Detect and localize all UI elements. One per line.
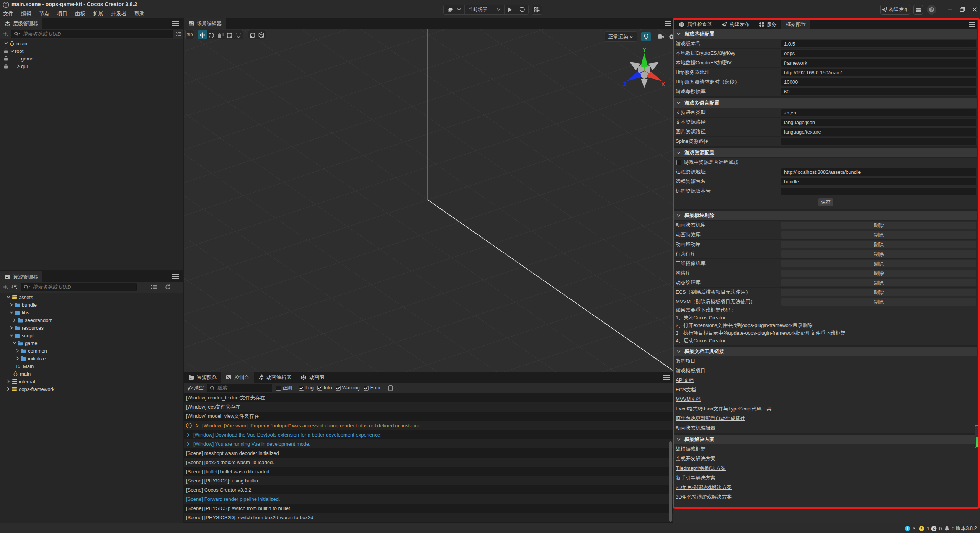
menu-1[interactable]: 文件 (3, 9, 17, 18)
log-row[interactable]: [Scene] [PHYSICS2D]: switch from box2d-w… (184, 513, 673, 522)
field-input[interactable]: 10000 (781, 78, 976, 86)
hierarchy-node[interactable]: main (0, 39, 183, 47)
doc-link[interactable]: 教程项目 (676, 358, 696, 365)
remote-load-checkbox[interactable] (676, 160, 681, 165)
log-row[interactable]: [Scene] meshopt wasm decoder initialized (184, 448, 673, 458)
tab-services[interactable]: 服务 (754, 19, 781, 29)
filter-info-checkbox[interactable]: Info (317, 385, 332, 391)
chevron-down-icon[interactable] (10, 48, 15, 54)
remove-module-button[interactable]: 剔除 (781, 279, 976, 286)
expand-log-icon[interactable] (186, 433, 190, 437)
menu-8[interactable]: 帮助 (131, 9, 149, 18)
log-row[interactable]: [Scene] [bullet]:bullet wasm lib loaded. (184, 467, 673, 476)
console-menu-button[interactable] (663, 375, 670, 380)
asset-node[interactable]: seedrandom (0, 316, 183, 324)
sort-assets-button[interactable] (11, 284, 17, 289)
tab-anim-graph[interactable]: 动画图 (296, 372, 329, 383)
preview-target-button[interactable] (444, 5, 465, 14)
restore-button[interactable] (956, 5, 969, 15)
save-button[interactable]: 保存 (818, 198, 833, 206)
menu-5[interactable]: 面板 (71, 9, 89, 18)
anchor-tool-button[interactable] (234, 30, 243, 39)
restart-button[interactable] (516, 5, 528, 14)
filter-warning-checkbox[interactable]: Warning (336, 385, 360, 391)
log-row[interactable]: [Scene] [PHYSICS]: using builtin. (184, 476, 673, 485)
rect-tool-button[interactable] (225, 30, 234, 39)
status-warnings[interactable]: 1 (919, 523, 929, 533)
field-input[interactable] (781, 138, 976, 145)
chevron-down-icon[interactable] (6, 294, 11, 300)
expand-log-icon[interactable] (186, 442, 190, 446)
remove-module-button[interactable]: 剔除 (781, 231, 976, 239)
lock-icon[interactable] (4, 48, 8, 53)
chevron-down-icon[interactable] (9, 333, 14, 338)
doc-link[interactable]: Excel格式转Json文件与TypeScript代码工具 (676, 405, 772, 412)
open-project-folder-button[interactable] (913, 5, 923, 15)
status-notifications[interactable]: 0 (944, 523, 954, 533)
rotate-tool-button[interactable] (207, 30, 216, 39)
log-row[interactable]: [Window] model_view文件夹存在 (184, 412, 673, 421)
doc-link[interactable]: 游戏模板项目 (676, 367, 706, 374)
doc-link[interactable]: 动画状态机编辑器 (676, 425, 715, 432)
field-input[interactable]: 1.0.5 (781, 40, 976, 47)
chevron-down-icon[interactable] (12, 340, 17, 346)
field-input[interactable]: zh,en (781, 109, 976, 116)
section-header[interactable]: 游戏多语言配置 (674, 98, 977, 108)
menu-4[interactable]: 项目 (53, 9, 71, 18)
section-header[interactable]: 框架模块剔除 (674, 211, 977, 220)
build-publish-button[interactable]: 构建发布 (880, 5, 910, 15)
asset-node[interactable]: resources (0, 324, 183, 332)
chevron-right-icon[interactable] (6, 379, 11, 384)
remove-module-button[interactable]: 剔除 (781, 260, 976, 267)
doc-link[interactable]: 战棋游戏框架 (676, 446, 706, 453)
field-input[interactable]: bundle (781, 178, 976, 185)
filter-error-checkbox[interactable]: Error (364, 385, 381, 391)
asset-node[interactable]: libs (0, 309, 183, 316)
assets-search-input[interactable]: 搜索名称或 UUID (21, 283, 137, 291)
section-header[interactable]: 框架文档工具链接 (674, 347, 977, 356)
menu-2[interactable]: 编辑 (17, 9, 35, 18)
doc-link[interactable]: MVVM文档 (676, 396, 701, 403)
asset-node[interactable]: bundle (0, 301, 183, 309)
preview-qr-button[interactable] (532, 5, 542, 15)
tab-assets[interactable]: 资源管理器 (0, 271, 42, 282)
log-row[interactable]: [Window] render_texture文件夹存在 (184, 393, 673, 402)
axis-gizmo[interactable]: Y X Z (623, 47, 666, 90)
assets-filter-button[interactable] (151, 284, 157, 289)
log-row[interactable]: [Scene] [box2d]:box2d wasm lib loaded. (184, 458, 673, 467)
log-row[interactable]: [Window] You are running Vue in developm… (184, 439, 673, 448)
asset-node[interactable]: assets (0, 293, 183, 301)
space-toggle-button[interactable] (257, 30, 266, 39)
hierarchy-filter-button[interactable] (175, 31, 182, 36)
log-row[interactable]: [Scene] [PHYSICS]: switch from builtin t… (184, 504, 673, 513)
log-detail-icon[interactable] (388, 385, 393, 391)
viewport-settings-button[interactable] (666, 32, 673, 41)
doc-link[interactable]: 3D角色扮演游戏解决方案 (676, 494, 732, 500)
log-row[interactable]: [Window] Download the Vue Devtools exten… (184, 430, 673, 439)
asset-node[interactable]: main (0, 370, 183, 378)
doc-link[interactable]: 新手引导解决方案 (676, 474, 715, 481)
log-row[interactable]: [Scene] Cocos Creator v3.8.2 (184, 485, 673, 494)
chevron-right-icon[interactable] (12, 317, 17, 323)
doc-link[interactable]: 全栈开发解决方案 (676, 455, 715, 462)
remove-module-button[interactable]: 剔除 (781, 222, 976, 229)
chevron-down-icon[interactable] (9, 310, 14, 315)
render-mode-dropdown[interactable]: 正常渲染 (605, 31, 637, 42)
field-input[interactable]: http://localhost:8083/assets/bundle (781, 168, 976, 176)
remove-module-button[interactable]: 剔除 (781, 250, 976, 258)
close-button[interactable] (969, 5, 980, 15)
hierarchy-node[interactable]: gui (0, 62, 183, 70)
asset-node[interactable]: oops-framework (0, 385, 183, 393)
field-input[interactable]: framework (781, 59, 976, 67)
doc-link[interactable]: Tiledmap地图解决方案 (676, 465, 726, 472)
field-input[interactable]: language/texture (781, 128, 976, 136)
play-button[interactable] (505, 5, 516, 14)
tab-plane[interactable]: 构建发布 (717, 19, 754, 29)
assets-refresh-button[interactable] (165, 284, 171, 290)
chevron-right-icon[interactable] (16, 64, 21, 69)
tab-framework-config[interactable]: 框架配置 (781, 19, 810, 29)
menu-3[interactable]: 节点 (35, 9, 53, 18)
clear-console-button[interactable]: 清空 (187, 385, 204, 391)
status-info[interactable]: 3 (905, 523, 915, 533)
toggle-3d-button[interactable]: 3D (185, 30, 194, 39)
